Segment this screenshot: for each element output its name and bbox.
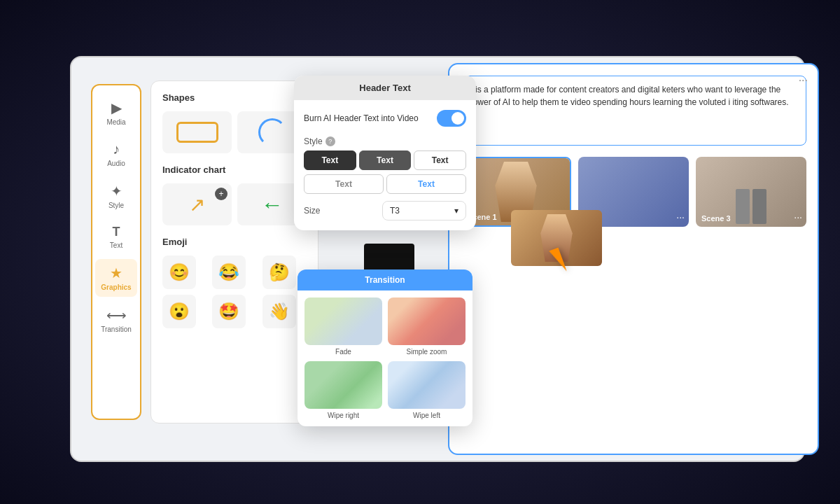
text-style-light-outline[interactable]: Text xyxy=(304,174,384,194)
text-style-light[interactable]: Text xyxy=(414,150,466,170)
graphics-panel: Shapes Indicator chart ↗ + ← Emoji 😊 😂 🤔… xyxy=(150,80,318,424)
emoji-laugh[interactable]: 😂 xyxy=(212,255,246,289)
emoji-think[interactable]: 🤔 xyxy=(262,255,296,289)
transition-fade[interactable]: Fade xyxy=(304,298,382,356)
header-text-popup: Header Text Burn AI Header Text into Vid… xyxy=(294,76,476,230)
indicators-grid: ↗ + ← xyxy=(162,183,307,225)
transition-title: Transition xyxy=(365,275,405,285)
transition-icon: ⟷ xyxy=(106,307,127,323)
sidebar-item-audio[interactable]: ♪ Audio xyxy=(95,136,137,173)
emoji-wave[interactable]: 👋 xyxy=(262,295,296,328)
sidebar-label-transition: Transition xyxy=(101,326,132,333)
scene-text-area: a is a platform made for content creator… xyxy=(461,76,806,146)
audio-icon: ♪ xyxy=(113,141,120,158)
scene-3-label: Scene 3 xyxy=(701,214,731,223)
scene-text-content: a is a platform made for content creator… xyxy=(468,85,789,107)
style-icon: ✦ xyxy=(111,183,122,200)
indicator-arrow[interactable]: ↗ + xyxy=(162,183,232,225)
transition-popup: Transition Fade Simple zoom Wipe right W… xyxy=(298,270,472,426)
transition-grid: Fade Simple zoom Wipe right Wipe left xyxy=(298,290,472,426)
three-dots-icon: ··· xyxy=(799,74,808,86)
arrow-green-icon: ← xyxy=(261,192,284,218)
transition-wipe-right[interactable]: Wipe right xyxy=(304,361,382,419)
style-row: Style ? Text Text Text Text Text xyxy=(304,136,466,194)
text-style-blue[interactable]: Text xyxy=(386,174,466,194)
sidebar-label-graphics: Graphics xyxy=(101,284,131,291)
sidebar-label-style: Style xyxy=(108,202,124,209)
person-3-shape xyxy=(752,189,766,224)
burn-row: Burn AI Header Text into Video xyxy=(304,110,466,127)
person-2-shape xyxy=(736,189,750,224)
transition-fade-label: Fade xyxy=(304,348,382,356)
shapes-grid xyxy=(162,111,307,153)
more-options-button[interactable]: ··· xyxy=(799,74,808,87)
shape-rectangle[interactable] xyxy=(162,111,232,153)
text-styles-row-1: Text Text Text xyxy=(304,150,466,170)
transition-header: Transition xyxy=(298,270,472,290)
sidebar-label-media: Media xyxy=(106,118,125,126)
text-style-dark-outline[interactable]: Text xyxy=(359,150,412,170)
scene-3-more[interactable]: ··· xyxy=(794,211,802,223)
emoji-star-eyes[interactable]: 🤩 xyxy=(212,295,246,328)
size-value: T3 xyxy=(390,206,400,216)
arrow-orange-icon: ↗ xyxy=(189,193,205,216)
style-label: Style ? xyxy=(304,136,466,146)
transition-wipe-left-label: Wipe left xyxy=(388,412,465,419)
info-icon: ? xyxy=(326,136,335,146)
shapes-title: Shapes xyxy=(162,92,307,103)
emoji-wow[interactable]: 😮 xyxy=(162,295,196,328)
arc-shape xyxy=(258,118,286,146)
rect-shape xyxy=(176,122,218,143)
scene-thumb-3[interactable]: Scene 3 ··· xyxy=(696,157,806,227)
sidebar-item-transition[interactable]: ⟷ Transition xyxy=(95,301,137,339)
text-styles-row-2: Text Text xyxy=(304,174,466,194)
sidebar: ▶ Media ♪ Audio ✦ Style T Text ★ Graphic… xyxy=(91,84,141,420)
emoji-title: Emoji xyxy=(162,237,307,247)
toggle-knob xyxy=(451,112,464,125)
transition-zoom-label: Simple zoom xyxy=(388,348,465,356)
scene-editor: ··· a is a platform made for content cre… xyxy=(448,63,819,455)
transition-zoom-thumb xyxy=(388,298,465,345)
text-style-dark[interactable]: Text xyxy=(304,150,356,170)
sidebar-label-audio: Audio xyxy=(107,160,125,167)
sidebar-item-graphics[interactable]: ★ Graphics xyxy=(95,259,137,297)
transition-wipe-right-thumb xyxy=(304,361,382,409)
indicator-title: Indicator chart xyxy=(162,164,307,175)
popup-header: Header Text xyxy=(294,76,476,100)
add-badge: + xyxy=(215,188,227,200)
size-row: Size T3 ▾ xyxy=(304,201,466,220)
graphics-icon: ★ xyxy=(110,265,122,281)
popup-body: Burn AI Header Text into Video Style ? T… xyxy=(294,100,476,230)
transition-wipe-right-label: Wipe right xyxy=(304,412,382,419)
video-thumbnail-overlay xyxy=(511,210,602,266)
transition-fade-thumb xyxy=(304,298,382,345)
size-select[interactable]: T3 ▾ xyxy=(382,201,466,220)
transition-wipe-left-thumb xyxy=(388,361,465,409)
popup-title: Header Text xyxy=(359,83,410,93)
transition-simple-zoom[interactable]: Simple zoom xyxy=(388,298,465,356)
video-person-shape xyxy=(534,214,580,262)
size-label: Size xyxy=(304,206,320,216)
scene-2-more[interactable]: ··· xyxy=(676,211,685,223)
emoji-grid: 😊 😂 🤔 😮 🤩 👋 xyxy=(162,255,307,328)
burn-toggle[interactable] xyxy=(437,110,466,127)
chevron-down-icon: ▾ xyxy=(454,206,458,216)
text-icon: T xyxy=(113,225,120,239)
burn-label: Burn AI Header Text into Video xyxy=(304,113,419,123)
emoji-smile[interactable]: 😊 xyxy=(162,255,196,289)
media-icon: ▶ xyxy=(111,99,122,116)
sidebar-item-media[interactable]: ▶ Media xyxy=(95,94,137,132)
sidebar-label-text: Text xyxy=(110,241,122,249)
transition-wipe-left[interactable]: Wipe left xyxy=(388,361,465,419)
sidebar-item-text[interactable]: T Text xyxy=(95,219,137,255)
sidebar-item-style[interactable]: ✦ Style xyxy=(95,177,137,215)
